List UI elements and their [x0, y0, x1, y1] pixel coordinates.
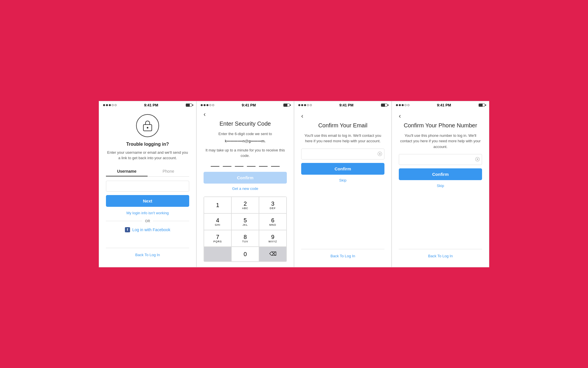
- facebook-icon: f: [125, 227, 130, 232]
- next-button[interactable]: Next: [106, 195, 189, 207]
- phone-input-wrapper: ⓧ: [399, 154, 482, 165]
- confirm-button-4[interactable]: Confirm: [399, 168, 482, 180]
- back-arrow-3[interactable]: ‹: [301, 113, 303, 119]
- clear-phone-icon[interactable]: ⓧ: [475, 157, 480, 163]
- dot4: [307, 104, 309, 106]
- numpad: 1 2ABC 3DEF 4GHI 5JKL 6MNO 7PQRS 8TUV 9W…: [204, 196, 287, 262]
- dot2: [301, 104, 303, 106]
- get-new-code-link[interactable]: Get a new code: [232, 186, 258, 191]
- dot3: [304, 104, 306, 106]
- email-input-wrapper: ⓧ: [301, 149, 384, 159]
- screen2-subtitle1: Enter the 6-digit code we sent to: [218, 131, 272, 137]
- svg-point-1: [147, 127, 148, 128]
- dash2: [223, 166, 231, 167]
- dot5: [407, 104, 409, 106]
- back-arrow-2[interactable]: ‹: [204, 111, 206, 118]
- numpad-key-9[interactable]: 9WXYZ: [259, 230, 287, 247]
- dash1: [211, 166, 219, 167]
- numpad-key-7[interactable]: 7PQRS: [204, 230, 231, 247]
- tab-username[interactable]: Username: [106, 167, 148, 176]
- back-to-login-4: Back To Log In: [399, 249, 482, 262]
- screen-trouble-login: 9:41 PM Trouble logging in? Enter your u…: [99, 101, 196, 267]
- numpad-row-2: 4GHI 5JKL 6MNO: [204, 213, 287, 230]
- numpad-key-2[interactable]: 2ABC: [231, 197, 259, 213]
- dot3: [402, 104, 404, 106]
- dot5: [310, 104, 312, 106]
- dot2: [106, 104, 108, 106]
- dash3: [235, 166, 243, 167]
- status-bar-4: 9:41 PM: [392, 101, 489, 108]
- numpad-key-1[interactable]: 1: [204, 197, 231, 213]
- screen2-body: ‹ Enter Security Code Enter the 6-digit …: [197, 108, 294, 267]
- phone-input[interactable]: [399, 154, 482, 165]
- signal-dots: [103, 104, 117, 106]
- facebook-login-button[interactable]: f Log in with Facebook: [125, 227, 170, 232]
- dot1: [298, 104, 300, 106]
- dot1: [103, 104, 105, 106]
- screen-security-code: 9:41 PM ‹ Enter Security Code Enter the …: [196, 101, 294, 267]
- dot1: [201, 104, 203, 106]
- numpad-key-6[interactable]: 6MNO: [259, 213, 287, 230]
- screen4-title: Confirm Your Phone Number: [404, 122, 477, 129]
- email-masked: k••••••••••••n@g••••••••m.: [225, 139, 266, 143]
- screen1-body: Trouble logging in? Enter your username …: [99, 108, 196, 267]
- signal-dots-2: [201, 104, 214, 106]
- divider-left: [106, 221, 142, 221]
- clear-email-icon[interactable]: ⓧ: [378, 151, 382, 157]
- numpad-key-5[interactable]: 5JKL: [231, 213, 259, 230]
- dash5: [259, 166, 268, 167]
- screen2-masked-email: k••••••••••••n@g••••••••m.: [225, 138, 266, 144]
- dot2: [399, 104, 401, 106]
- battery-icon-4: [479, 104, 485, 107]
- email-input[interactable]: [301, 149, 384, 159]
- or-text: OR: [145, 219, 150, 223]
- screen1-title: Trouble logging in?: [126, 142, 169, 147]
- back-link-3[interactable]: Back To Log In: [330, 254, 355, 258]
- numpad-key-3[interactable]: 3DEF: [259, 197, 287, 213]
- code-dashes: [211, 166, 280, 167]
- back-to-login-1: Back To Log In: [106, 248, 189, 261]
- screen4-desc: You'll use this phone number to log in. …: [399, 133, 482, 150]
- skip-link-3[interactable]: Skip: [339, 178, 346, 182]
- dot3: [109, 104, 111, 106]
- skip-link-4[interactable]: Skip: [437, 184, 444, 188]
- dash6: [271, 166, 280, 167]
- back-link-1[interactable]: Back To Log In: [135, 253, 160, 257]
- numpad-row-3: 7PQRS 8TUV 9WXYZ: [204, 230, 287, 247]
- numpad-row-1: 1 2ABC 3DEF: [204, 197, 287, 213]
- screen-confirm-email: 9:41 PM ‹ Confirm Your Email You'll use …: [294, 101, 392, 267]
- trouble-link[interactable]: My login info isn't working: [126, 211, 169, 215]
- username-input[interactable]: [106, 181, 189, 192]
- numpad-key-8[interactable]: 8TUV: [231, 230, 259, 247]
- back-arrow-4[interactable]: ‹: [399, 113, 401, 119]
- facebook-label: Log in with Facebook: [132, 227, 170, 232]
- status-time-4: 9:41 PM: [437, 103, 451, 107]
- dot4: [405, 104, 407, 106]
- tab-row: Username Phone: [106, 167, 189, 177]
- confirm-button-2[interactable]: Confirm: [204, 172, 287, 184]
- status-time-1: 9:41 PM: [144, 103, 158, 107]
- status-bar-3: 9:41 PM: [294, 101, 391, 108]
- dot3: [206, 104, 208, 106]
- back-link-4[interactable]: Back To Log In: [428, 254, 453, 258]
- status-time-3: 9:41 PM: [339, 103, 353, 107]
- dot4: [112, 104, 114, 106]
- screen-confirm-phone: 9:41 PM ‹ Confirm Your Phone Number You'…: [392, 101, 489, 267]
- numpad-key-0[interactable]: 0: [231, 247, 259, 262]
- signal-dots-3: [298, 104, 312, 106]
- back-to-login-3: Back To Log In: [301, 249, 384, 262]
- screen3-desc: You'll use this email to log in. We'll c…: [301, 133, 384, 144]
- dot4: [209, 104, 211, 106]
- numpad-key-delete[interactable]: ⌫: [259, 247, 287, 262]
- status-time-2: 9:41 PM: [242, 103, 256, 107]
- tab-phone[interactable]: Phone: [148, 167, 189, 176]
- status-bar-1: 9:41 PM: [99, 101, 196, 108]
- numpad-row-4: 0 ⌫: [204, 247, 287, 262]
- dot1: [396, 104, 398, 106]
- signal-dots-4: [396, 104, 409, 106]
- confirm-button-3[interactable]: Confirm: [301, 163, 384, 175]
- dash4: [247, 166, 256, 167]
- dot5: [115, 104, 117, 106]
- lock-icon-circle: [136, 114, 159, 137]
- numpad-key-4[interactable]: 4GHI: [204, 213, 231, 230]
